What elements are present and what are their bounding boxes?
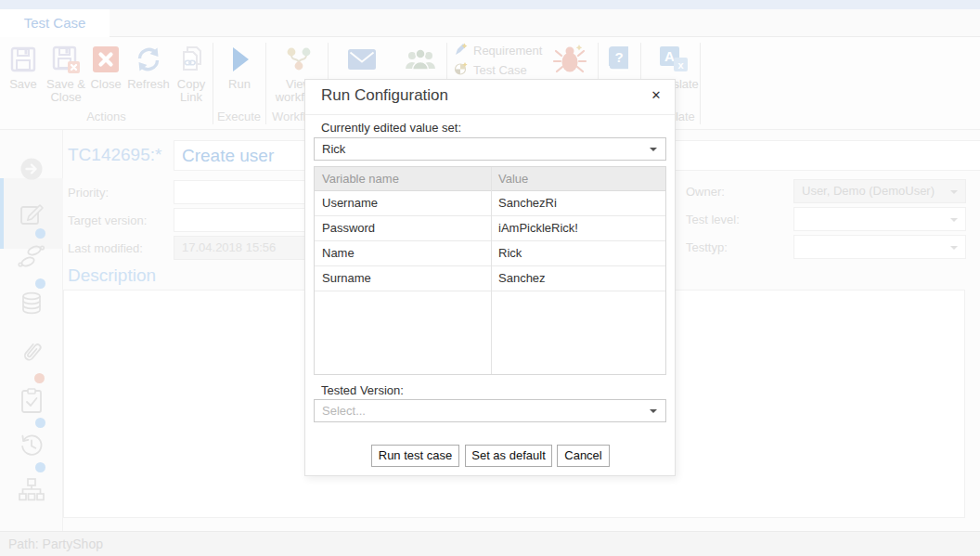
sidebar-item-edit[interactable]: [0, 191, 63, 236]
translate-icon: Ax: [648, 43, 700, 76]
stakeholders-button[interactable]: [398, 43, 443, 76]
save-and-close-button-label: Save & Close: [45, 76, 87, 104]
testtyp-label: Testtyp:: [686, 240, 728, 254]
variable-value-cell[interactable]: Sanchez: [491, 266, 665, 291]
database-icon: [19, 291, 45, 317]
svg-text:x: x: [677, 59, 684, 71]
test-level-label: Test level:: [686, 213, 740, 226]
envelope-icon: [340, 43, 384, 76]
description-heading: Description: [68, 265, 156, 286]
cancel-button[interactable]: Cancel: [557, 445, 610, 467]
save-and-close-icon: [45, 43, 87, 76]
variable-name-cell: Surname: [315, 266, 491, 291]
svg-text:A: A: [664, 48, 675, 64]
sidebar-item-tasks[interactable]: [0, 379, 63, 423]
requirement-icon: [454, 42, 469, 59]
new-test-case-button[interactable]: Test Case: [454, 61, 550, 78]
ribbon-tab-row: Test Case: [0, 9, 980, 37]
save-icon: [4, 43, 43, 76]
table-row[interactable]: Name Rick: [315, 241, 665, 266]
ribbon-group-label-actions: Actions: [0, 110, 213, 123]
save-and-close-button[interactable]: Save & Close: [45, 43, 87, 104]
priority-label: Priority:: [68, 186, 109, 200]
copy-link-icon: [171, 43, 212, 76]
workflow-icon: [272, 43, 326, 76]
new-requirement-button[interactable]: Requirement: [454, 42, 550, 58]
chevron-down-icon: [950, 190, 958, 194]
table-row[interactable]: Username SanchezRi: [315, 191, 665, 216]
application-window: Test Case Save Save & Close Close R: [0, 0, 980, 556]
table-header-row: Variable name Value: [315, 167, 665, 191]
dialog-title-divider: [305, 114, 675, 115]
set-as-default-button[interactable]: Set as default: [465, 445, 552, 467]
sidebar-item-expand[interactable]: [0, 147, 63, 191]
run-button[interactable]: Run: [219, 43, 260, 91]
value-set-value: Rick: [322, 142, 345, 156]
tab-test-case[interactable]: Test Case: [0, 9, 110, 37]
save-button[interactable]: Save: [4, 43, 43, 91]
bug-icon: [546, 43, 594, 76]
close-button[interactable]: Close: [85, 43, 126, 91]
window-titlebar: [0, 0, 980, 9]
table-row[interactable]: Surname Sanchez: [315, 266, 665, 291]
new-requirement-label: Requirement: [473, 44, 542, 58]
dialog-close-icon[interactable]: ✕: [648, 87, 664, 104]
clipboard-check-icon: [18, 387, 45, 415]
refresh-icon: [126, 43, 171, 76]
run-icon: [219, 43, 260, 76]
variable-name-cell: Name: [315, 241, 491, 265]
variable-value-cell[interactable]: Rick: [491, 241, 665, 265]
ribbon-group-divider: [700, 43, 701, 124]
sidebar: [0, 130, 63, 531]
sidebar-item-structure[interactable]: [0, 468, 63, 512]
tested-version-label: Tested Version:: [321, 383, 404, 397]
refresh-button[interactable]: Refresh: [126, 43, 171, 91]
dialog-title: Run Configuration: [321, 86, 448, 105]
sidebar-item-attachments[interactable]: [0, 330, 63, 375]
priority-input[interactable]: [174, 180, 307, 204]
table-row[interactable]: Password iAmPickleRick!: [315, 216, 665, 241]
chevron-down-icon: [650, 409, 657, 413]
variable-name-cell: Password: [315, 216, 491, 240]
test-case-id: TC142695:*: [68, 145, 161, 165]
variables-table: Variable name Value Username SanchezRi P…: [314, 166, 666, 375]
run-configuration-dialog: Run Configuration ✕ Currently edited val…: [304, 79, 676, 476]
sitemap-icon: [18, 476, 45, 504]
arrow-right-circle-icon: [19, 156, 45, 182]
sidebar-item-data[interactable]: [0, 281, 63, 326]
owner-value: User, Demo (DemoUser): [802, 184, 935, 198]
copy-link-button-label: Copy Link: [171, 76, 212, 104]
column-header-variable-name: Variable name: [315, 167, 491, 190]
help-book-icon: ?: [600, 43, 640, 76]
paperclip-icon: [18, 339, 45, 367]
target-version-input[interactable]: [174, 208, 307, 232]
sidebar-item-history[interactable]: [0, 423, 63, 468]
path-text: Path: PartyShop: [8, 537, 103, 551]
status-bar: Path: PartyShop: [0, 531, 980, 556]
testtyp-dropdown[interactable]: [793, 235, 966, 259]
run-test-case-button[interactable]: Run test case: [371, 445, 459, 467]
value-set-dropdown[interactable]: Rick: [314, 137, 666, 161]
sidebar-item-steps[interactable]: [0, 234, 63, 278]
chevron-down-icon: [950, 218, 958, 222]
test-case-icon: [454, 61, 469, 79]
value-set-label: Currently edited value set:: [321, 121, 461, 135]
ribbon-group-label-execute: Execute: [213, 110, 265, 123]
structure-badge: [35, 462, 45, 472]
run-button-label: Run: [219, 76, 260, 91]
variable-value-cell[interactable]: SanchezRi: [491, 191, 665, 215]
new-test-case-label: Test Case: [473, 63, 527, 77]
people-icon: [398, 43, 443, 76]
help-book-button[interactable]: ?: [600, 43, 640, 76]
refresh-button-label: Refresh: [126, 76, 171, 91]
tested-version-dropdown[interactable]: Select...: [314, 399, 666, 422]
notify-button[interactable]: [340, 43, 384, 76]
copy-link-button[interactable]: Copy Link: [171, 43, 212, 104]
chevron-down-icon: [650, 148, 657, 151]
svg-text:?: ?: [614, 49, 623, 65]
owner-dropdown[interactable]: User, Demo (DemoUser): [793, 179, 966, 203]
owner-label: Owner:: [686, 185, 725, 199]
variable-value-cell[interactable]: iAmPickleRick!: [491, 216, 665, 240]
test-level-dropdown[interactable]: [793, 207, 966, 231]
history-icon: [18, 432, 45, 459]
